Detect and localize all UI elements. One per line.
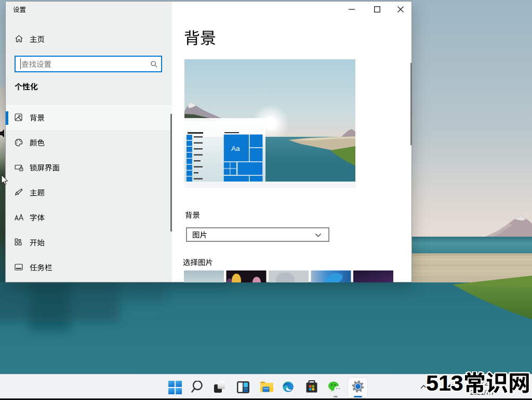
svg-text:513: 513 <box>426 370 463 395</box>
svg-text:Aa: Aa <box>231 145 240 152</box>
